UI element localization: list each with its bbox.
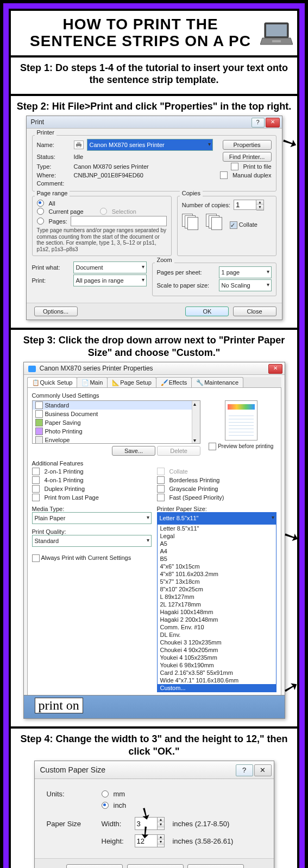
units-label: Units: — [47, 790, 98, 798]
printer-name-dropdown[interactable]: Canon MX870 series Printer — [87, 139, 213, 151]
help-icon[interactable]: ? — [236, 764, 253, 776]
print-to-file-checkbox[interactable] — [231, 163, 238, 170]
feature-checkbox[interactable] — [157, 485, 165, 493]
settings-listbox[interactable]: StandardBusiness DocumentPaper SavingPho… — [32, 400, 201, 444]
feature-checkbox[interactable] — [32, 485, 40, 493]
paper-size-option[interactable]: Letter 8.5"x11" — [158, 525, 276, 532]
always-print-checkbox[interactable] — [32, 554, 40, 562]
close-icon[interactable]: ✕ — [268, 364, 282, 374]
list-item[interactable]: Business Document — [33, 410, 200, 418]
paper-size-option[interactable]: Youkei 6 98x190mm — [158, 661, 276, 669]
list-item[interactable]: Standard — [33, 401, 200, 410]
paper-size-option[interactable]: Card 2.16"x3.58" 55x91mm — [158, 669, 276, 676]
feature-checkbox[interactable] — [157, 494, 165, 501]
paper-size-option[interactable]: Legal — [158, 532, 276, 540]
printer-group-label: Printer — [35, 129, 56, 136]
save-button[interactable]: Save... — [112, 446, 155, 456]
paper-size-option[interactable]: Hagaki 2 200x148mm — [158, 616, 276, 623]
step1-section: Step 1: Do steps 1-4 of the tutorial to … — [11, 58, 297, 96]
current-page-radio[interactable] — [37, 208, 44, 215]
print-what-dropdown[interactable]: Document — [73, 261, 147, 273]
preview-checkbox[interactable] — [209, 443, 216, 450]
paper-size-option[interactable]: B5 — [158, 555, 276, 563]
paper-size-option[interactable]: DL Env. — [158, 631, 276, 639]
height-spinner[interactable]: ▲▼ — [135, 834, 165, 847]
feature-checkbox[interactable] — [157, 476, 165, 484]
paper-size-option[interactable]: 4"x8" 101.6x203.2mm — [158, 570, 276, 578]
list-item[interactable]: Photo Printing — [33, 427, 200, 436]
tab-main[interactable]: 📄Main — [77, 377, 108, 387]
print-on-text: print on — [35, 698, 83, 713]
find-printer-button[interactable]: Find Printer... — [223, 152, 272, 162]
manual-duplex-checkbox[interactable] — [220, 171, 228, 179]
height-input[interactable] — [135, 834, 158, 847]
height-range: inches (3.58-26.61) — [172, 837, 233, 845]
print-quality-dropdown[interactable]: Standard — [32, 535, 152, 547]
feature-checkbox — [157, 468, 165, 475]
selection-radio — [100, 208, 107, 215]
feature-checkbox[interactable] — [32, 494, 40, 501]
mm-radio[interactable] — [102, 790, 109, 797]
always-print-label: Always Print with Current Settings — [41, 554, 131, 561]
options-button[interactable]: Options... — [34, 307, 78, 316]
props-title: Canon MX870 series Printer Properties — [40, 365, 153, 372]
help-icon[interactable]: ? — [252, 118, 265, 127]
paper-size-option[interactable]: Choukei 4 90x205mm — [158, 646, 276, 654]
paper-size-option[interactable]: 5"x7" 13x18cm — [158, 578, 276, 585]
setting-icon — [35, 401, 43, 409]
width-spinner[interactable]: ▲▼ — [135, 817, 165, 830]
additional-features-label: Additional Features — [32, 460, 276, 467]
ok-button[interactable]: OK — [66, 864, 123, 868]
tab-page-setup[interactable]: 📐Page Setup — [107, 377, 156, 387]
scrollbar[interactable] — [192, 401, 200, 443]
list-item[interactable]: Paper Saving — [33, 418, 200, 427]
print-what-label: Print what: — [32, 264, 70, 271]
paper-size-option[interactable]: L 89x127mm — [158, 593, 276, 601]
step2-text: Step 2: Hit File>Print and click "Proper… — [16, 100, 292, 113]
num-copies-spinner[interactable]: ▲▼ — [234, 200, 264, 210]
pages-radio[interactable] — [37, 218, 44, 225]
type-label: Type: — [37, 163, 71, 170]
paper-size-dropdown[interactable]: Letter 8.5"x11" — [157, 512, 276, 524]
paper-size-option[interactable]: Youkei 4 105x235mm — [158, 654, 276, 661]
paper-size-options-list[interactable]: Letter 8.5"x11"LegalA5A4B54"x6" 10x15cm4… — [157, 524, 276, 692]
ok-button[interactable]: OK — [185, 307, 229, 316]
tab-quick-setup[interactable]: 📋Quick Setup — [27, 377, 78, 387]
paper-size-option[interactable]: 4"x6" 10x15cm — [158, 563, 276, 570]
paper-size-option[interactable]: Custom... — [158, 684, 276, 692]
close-icon[interactable]: ✕ — [266, 118, 280, 127]
width-input[interactable] — [135, 817, 158, 830]
print-pages-dropdown[interactable]: All pages in range — [73, 275, 147, 286]
media-type-dropdown[interactable]: Plain Paper — [32, 512, 152, 524]
close-icon[interactable]: ✕ — [254, 764, 272, 776]
num-copies-input[interactable] — [234, 200, 256, 210]
status-value: Idle — [74, 154, 84, 160]
close-button[interactable]: Close — [233, 307, 276, 316]
scale-dropdown[interactable]: No Scaling — [219, 279, 272, 291]
collate-checkbox[interactable]: ✓ — [230, 221, 237, 229]
properties-button[interactable]: Properties — [223, 140, 272, 150]
tab-maintenance[interactable]: 🔧Maintenance — [191, 377, 243, 387]
cancel-button[interactable]: Cancel — [127, 864, 184, 868]
tab-icon: 🖌️ — [161, 379, 167, 386]
paper-size-option[interactable]: A5 — [158, 540, 276, 547]
feature-label: Duplex Printing — [45, 486, 85, 492]
list-item[interactable]: Envelope — [33, 436, 200, 444]
all-radio[interactable] — [37, 200, 44, 207]
pages-input[interactable] — [71, 216, 167, 226]
paper-size-option[interactable]: Wide 4"x7.1" 101.6x180.6mm — [158, 676, 276, 684]
print-pages-label: Print: — [32, 277, 70, 284]
tab-effects[interactable]: 🖌️Effects — [156, 377, 192, 387]
paper-size-option[interactable]: Choukei 3 120x235mm — [158, 639, 276, 646]
help-button[interactable]: Help — [187, 864, 244, 868]
paper-size-option[interactable]: 8"x10" 20x25cm — [158, 585, 276, 593]
feature-checkbox[interactable] — [32, 476, 40, 484]
paper-size-option[interactable]: Comm. Env. #10 — [158, 623, 276, 631]
print-dialog-titlebar: Print ? ✕ — [27, 116, 282, 129]
paper-size-option[interactable]: A4 — [158, 547, 276, 555]
inch-radio[interactable] — [102, 802, 109, 809]
paper-size-option[interactable]: Hagaki 100x148mm — [158, 608, 276, 616]
pps-dropdown[interactable]: 1 page — [219, 266, 272, 278]
paper-size-option[interactable]: 2L 127x178mm — [158, 601, 276, 608]
feature-checkbox[interactable] — [32, 468, 40, 475]
